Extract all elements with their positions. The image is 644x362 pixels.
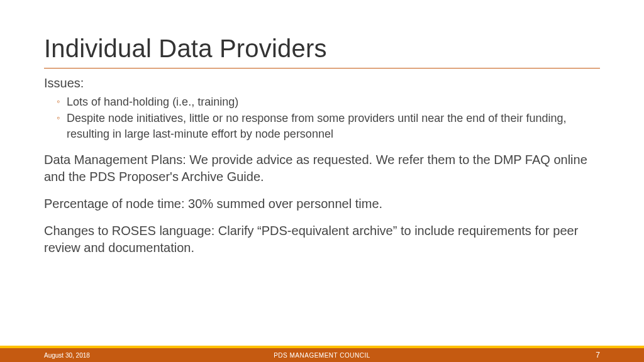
paragraph: Changes to ROSES language: Clarify “PDS-… [44, 222, 600, 256]
issues-heading: Issues: [44, 76, 600, 90]
footer-center: PDS MANAGEMENT COUNCIL [274, 352, 370, 359]
paragraph: Percentage of node time: 30% summed over… [44, 195, 600, 212]
slide-title: Individual Data Providers [44, 35, 600, 69]
issues-list: Lots of hand-holding (i.e., training) De… [57, 94, 600, 141]
paragraph: Data Management Plans: We provide advice… [44, 151, 600, 185]
footer-date: August 30, 2018 [44, 352, 90, 359]
footer-page-number: 7 [596, 351, 600, 359]
slide: Individual Data Providers Issues: Lots o… [0, 0, 644, 362]
list-item: Lots of hand-holding (i.e., training) [57, 94, 600, 109]
list-item: Despite node initiatives, little or no r… [57, 111, 600, 141]
footer-bar: August 30, 2018 PDS MANAGEMENT COUNCIL 7 [0, 348, 644, 362]
